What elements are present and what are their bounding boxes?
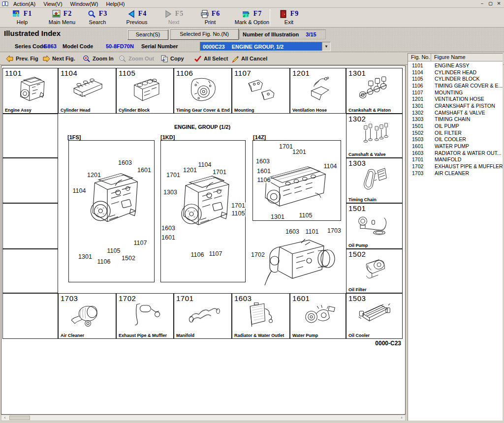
menu-help[interactable]: Help(H) (102, 0, 128, 7)
figure-cell-1105[interactable]: 1105Cylinder Block (116, 68, 174, 114)
menu-window[interactable]: Window(W) (66, 0, 102, 7)
figure-cell-1501[interactable]: 1501Oil Pump (346, 203, 403, 249)
search-tab-button[interactable]: Search(S) (127, 30, 168, 40)
figure-group-dropdown[interactable]: 0000C23 ENGINE GROUP, 1/2 ▼ (200, 42, 331, 51)
selected-fig-button[interactable]: Selected Fig. No.(N) (170, 29, 239, 40)
row-figure-name: EXHAUST PIPE & MUFFLER (431, 163, 503, 169)
figure-list-row[interactable]: 1603RADIATOR & WATER OUT... (408, 150, 503, 156)
row-fig-no: 1303 (408, 116, 431, 122)
row-figure-name: AIR CLEANER (431, 170, 503, 176)
scroll-right-icon[interactable]: › (398, 415, 405, 421)
callout-label: 1702 (251, 252, 265, 258)
next-fig--button[interactable]: Next Fig. (42, 54, 75, 63)
callout-label: 1603 (255, 158, 270, 165)
zoom-in-button[interactable]: Zoom In (83, 54, 114, 63)
all-select-button[interactable]: All Select (194, 54, 228, 63)
row-fig-no: 1301 (408, 103, 431, 109)
figure-list-row[interactable]: 1301CRANKSHAFT & PISTON (408, 102, 503, 109)
previous-icon (127, 10, 136, 18)
figure-cell-1502[interactable]: 1502Oil Filter (346, 249, 403, 293)
callout-label: 1105 (299, 212, 313, 219)
empty-cell (2, 158, 58, 203)
figure-list-row[interactable]: 1702EXHAUST PIPE & MUFFLER (408, 163, 503, 170)
serial-number-label: Serial Number (141, 43, 178, 49)
figure-cell-1701[interactable]: 1701Manifold (174, 293, 232, 339)
figure-cell-1101[interactable]: 1101Engine Assy (2, 68, 58, 114)
figure-list-row[interactable]: 1601WATER PUMP (408, 143, 503, 150)
row-fig-no: 1502 (408, 130, 431, 136)
main-menu-button[interactable]: F2Main Menu (42, 9, 82, 27)
exit-button[interactable]: F9Exit (276, 9, 302, 27)
mark-option-button[interactable]: ?F7Mark & Option (229, 9, 275, 27)
all-cancel-button[interactable]: All Cancel (231, 54, 267, 63)
scrollbar-track[interactable] (8, 415, 398, 421)
figure-list-row[interactable]: 1701MANIFOLD (408, 156, 503, 163)
figure-list-row[interactable]: 1502OIL FILTER (408, 129, 503, 136)
figure-list-row[interactable]: 1106TIMING GEAR COVER & E... (408, 82, 503, 89)
header-fields: Series Code G863 Model Code 50-8FD70N Se… (0, 41, 504, 52)
callout-label: 1603 (285, 229, 300, 235)
close-icon[interactable]: ✕ (496, 1, 502, 6)
empty-cell (2, 293, 58, 339)
exit-icon (279, 10, 288, 18)
figure-caption: Ventilation Hose (292, 108, 327, 113)
figure-list-row[interactable]: 1104CYLINDER HEAD (408, 69, 503, 76)
dropdown-name: ENGINE GROUP, 1/2 (232, 44, 284, 50)
row-figure-name: CAMSHAFT & VALVE (431, 110, 503, 116)
horizontal-scrollbar[interactable]: ‹ › (1, 415, 406, 421)
figure-cell-1601[interactable]: 1601Water Pump (290, 293, 346, 339)
figure-cell-1603[interactable]: 1603Radiator & Water Outlet (232, 293, 290, 339)
page-title: Illustrated Index (4, 29, 61, 37)
copy-icon: a (160, 55, 168, 62)
print-button[interactable]: F6Print (196, 9, 224, 27)
previous-button[interactable]: F4Previous (119, 9, 155, 27)
engine-drawing (73, 164, 151, 238)
callout-label: 1301 (270, 214, 285, 220)
figure-cell-1201[interactable]: 1201Ventilation Hose (290, 68, 346, 114)
figure-cell-1703[interactable]: 1703Air Cleaner (58, 293, 116, 339)
scrollbar-thumb[interactable] (9, 416, 30, 420)
figure-cell-1303[interactable]: 1303Timing Chain (346, 158, 403, 203)
callout-label: 1703 (327, 228, 342, 234)
menu-action[interactable]: Action(A) (9, 0, 39, 7)
figure-list-row[interactable]: 1703AIR CLEANER (408, 170, 503, 177)
figure-cell-1107[interactable]: 1107Mounting (232, 68, 290, 114)
figure-list-row[interactable]: 1105CYLINDER BLOCK (408, 75, 503, 82)
figure-cell-1104[interactable]: 1104Cylinder Head (58, 68, 116, 114)
all-cancel-icon (231, 55, 239, 62)
callout-label: 1105 (231, 211, 246, 217)
figure-cell-1503[interactable]: 1503Oil Cooler (346, 293, 403, 339)
figure-caption: Manifold (176, 333, 194, 338)
callout-label: 1601 (161, 235, 176, 241)
maximize-icon[interactable]: ▢ (487, 1, 494, 6)
empty-cell (2, 203, 58, 249)
figure-cell-1106[interactable]: 1106Timing Gear Cover & End Plate (174, 68, 232, 114)
figure-list-row[interactable]: 1107MOUNTING (408, 89, 503, 96)
prev-fig-icon (6, 55, 14, 62)
figure-list-row[interactable]: 1302CAMSHAFT & VALVE (408, 109, 503, 116)
help-button[interactable]: ?F1Help (7, 9, 37, 27)
row-fig-no: 1201 (408, 96, 431, 102)
callout-label: 1601 (137, 167, 152, 174)
row-figure-name: MOUNTING (431, 90, 503, 95)
figure-cell-1702[interactable]: 1702Exhaust Pipe & Muffler (116, 293, 174, 339)
figure-caption: Crankshaft & Piston (348, 108, 391, 113)
search-button[interactable]: F3Search (81, 9, 114, 27)
figure-cell-1302[interactable]: 1302Camshaft & Valve (346, 114, 403, 158)
engine-drawing (250, 228, 344, 288)
figure-cell-1301[interactable]: 1301Crankshaft & Piston (346, 68, 403, 114)
dropdown-arrow-icon[interactable]: ▼ (322, 42, 330, 51)
prev-fig-button[interactable]: Prev. Fig (6, 54, 38, 63)
figure-list-row[interactable]: 1501OIL PUMP (408, 122, 503, 129)
figure-list-row[interactable]: 1101ENGINE ASSY (408, 62, 503, 69)
copy-button[interactable]: aCopy (160, 54, 184, 63)
minimize-icon[interactable]: – (479, 1, 485, 6)
figure-list-row[interactable]: 1303TIMING CHAIN (408, 116, 503, 123)
figure-list-row[interactable]: 1503OIL COOLER (408, 136, 503, 143)
scroll-left-icon[interactable]: ‹ (1, 415, 8, 421)
figure-caption: Mounting (234, 108, 254, 113)
figure-list-row[interactable]: 1201VENTILATION HOSE (408, 95, 503, 102)
figure-caption: Cylinder Block (119, 108, 150, 113)
row-figure-name: CRANKSHAFT & PISTON (431, 103, 503, 109)
menu-view[interactable]: View(V) (39, 0, 66, 7)
